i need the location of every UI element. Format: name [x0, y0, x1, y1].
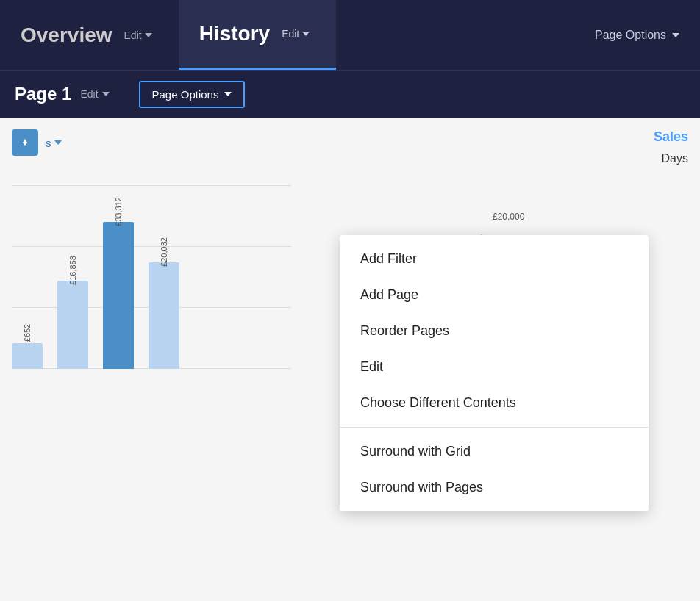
- dropdown-section-2: Surround with GridSurround with Pages: [340, 427, 649, 511]
- history-title: History: [199, 22, 270, 46]
- nav-item-history[interactable]: History Edit: [179, 0, 337, 70]
- page-options-button[interactable]: Page Options: [139, 81, 246, 108]
- page-options-button-label: Page Options: [152, 88, 219, 101]
- dropdown-item-surround-with-pages[interactable]: Surround with Pages: [340, 469, 649, 505]
- top-nav: Overview Edit History Edit Page Options: [0, 0, 700, 70]
- overview-edit-chevron: [145, 33, 152, 37]
- filter-text: s: [46, 137, 51, 149]
- bar-value-3: £20,032: [160, 237, 168, 267]
- dropdown-item-reorder-pages[interactable]: Reorder Pages: [340, 313, 649, 349]
- page-edit-label: Edit: [80, 88, 98, 100]
- overview-edit-btn[interactable]: Edit: [118, 26, 158, 44]
- sales-label: Sales: [654, 129, 688, 145]
- secondary-nav: Page 1 Edit Page Options: [0, 70, 700, 118]
- bar-group-3: £20,032: [149, 248, 179, 369]
- bar-chart: £652£16,858£33,312£20,032: [12, 185, 291, 435]
- dropdown-item-choose-different-contents[interactable]: Choose Different Contents: [340, 385, 649, 421]
- bar-3: [149, 262, 179, 369]
- dropdown-section-1: Add FilterAdd PageReorder PagesEditChoos…: [340, 235, 649, 427]
- page-title-section: Page 1 Edit: [15, 84, 110, 104]
- page-title: Page 1: [15, 84, 71, 104]
- nav-page-options[interactable]: Page Options: [574, 0, 700, 70]
- main-content: s £652£16,858£33,312£20,032 Sales Days D…: [0, 118, 700, 601]
- overview-edit-label: Edit: [124, 29, 142, 41]
- nav-item-overview[interactable]: Overview Edit: [0, 0, 179, 70]
- nav-page-options-chevron: [672, 33, 679, 37]
- bar-2: [103, 222, 134, 369]
- page-options-chevron: [224, 92, 232, 96]
- bar-value-2: £33,312: [114, 197, 123, 226]
- history-edit-chevron: [302, 32, 310, 36]
- dropdown-item-add-filter[interactable]: Add Filter: [340, 241, 649, 277]
- nav-page-options-label: Page Options: [595, 29, 666, 42]
- dropdown-item-surround-with-grid[interactable]: Surround with Grid: [340, 433, 649, 469]
- overview-title: Overview: [21, 24, 113, 47]
- page-edit-chevron: [102, 92, 110, 96]
- dropdown-item-edit[interactable]: Edit: [340, 349, 649, 385]
- bar-group-0: £652: [12, 328, 43, 369]
- bar-group-2: £33,312: [103, 207, 134, 369]
- bar-0: [12, 343, 43, 369]
- bar-value-1: £16,858: [68, 256, 77, 285]
- filter-stepper[interactable]: [12, 129, 38, 156]
- history-edit-label: Edit: [282, 28, 299, 40]
- bar-value-0: £652: [23, 324, 32, 342]
- bar-group-1: £16,858: [57, 266, 88, 369]
- dropdown-item-add-page[interactable]: Add Page: [340, 277, 649, 313]
- history-edit-btn[interactable]: Edit: [276, 25, 315, 43]
- page-edit-btn[interactable]: Edit: [80, 88, 109, 100]
- filter-label[interactable]: s: [46, 137, 62, 149]
- chart-bars: £652£16,858£33,312£20,032: [12, 185, 291, 391]
- filter-chevron: [54, 140, 62, 145]
- bar-1: [57, 281, 88, 369]
- filter-row: s: [12, 129, 453, 156]
- days-label: Days: [662, 152, 688, 165]
- deal-y-value-1: £20,000: [493, 212, 524, 222]
- page-options-dropdown: Add FilterAdd PageReorder PagesEditChoos…: [340, 235, 649, 511]
